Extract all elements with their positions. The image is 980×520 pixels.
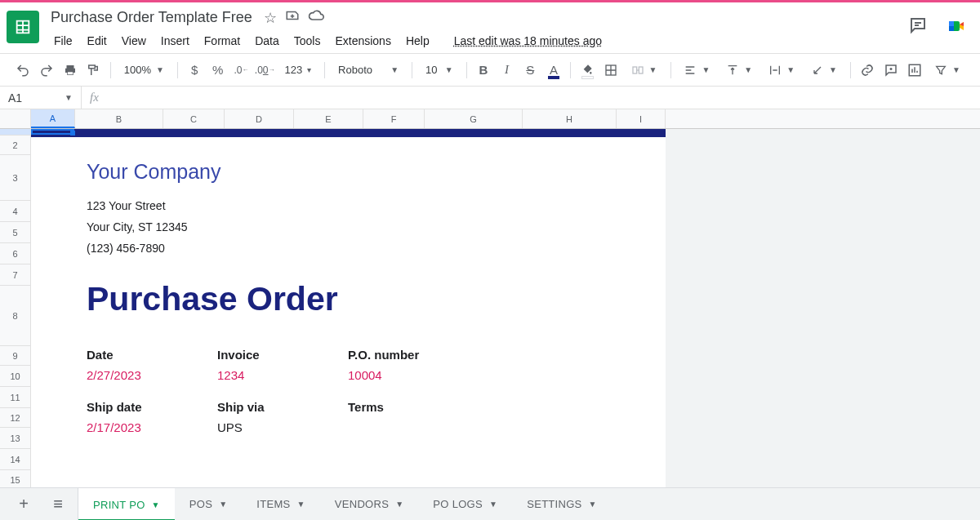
text-rotation-button[interactable]: ▼	[804, 59, 844, 82]
label-date: Date	[87, 348, 217, 362]
vertical-align-button[interactable]: ▼	[719, 59, 759, 82]
print-button[interactable]	[60, 59, 80, 82]
label-po-number: P.O. number	[348, 348, 487, 362]
title-bar: Purchase Order Template Free ☆ File Edit…	[0, 2, 980, 53]
sheet-tab-settings[interactable]: SETTINGS▼	[512, 488, 612, 521]
col-header-A[interactable]: A	[31, 109, 75, 128]
label-invoice: Invoice	[217, 348, 348, 362]
row-header-4[interactable]: 4	[0, 201, 30, 222]
menu-view[interactable]: View	[115, 31, 153, 51]
row-header-5[interactable]: 5	[0, 222, 30, 243]
formula-input[interactable]	[107, 87, 980, 109]
menu-edit[interactable]: Edit	[81, 31, 114, 51]
sheet-tab-po-logs[interactable]: PO LOGS▼	[418, 488, 512, 521]
undo-button[interactable]	[13, 59, 33, 82]
sheet-tab-items[interactable]: ITEMS▼	[242, 488, 319, 521]
borders-button[interactable]	[601, 59, 621, 82]
menu-extensions[interactable]: Extensions	[328, 31, 397, 51]
row-header-11[interactable]: 11	[0, 387, 30, 408]
fx-icon: fx	[82, 91, 107, 104]
menu-tools[interactable]: Tools	[287, 31, 327, 51]
text-wrap-button[interactable]: ▼	[762, 59, 801, 82]
name-box[interactable]: A1▼	[0, 87, 82, 109]
row-header-8[interactable]: 8	[0, 286, 30, 346]
row-header-2[interactable]: 2	[0, 136, 30, 155]
percent-button[interactable]: %	[207, 59, 228, 82]
last-edit-link[interactable]: Last edit was 18 minutes ago	[448, 31, 608, 51]
toolbar: 100%▼ $ % .0← .00→ 123▾ Roboto▼ 10▼ B I …	[0, 54, 980, 87]
phone: (123) 456-7890	[87, 238, 666, 259]
svg-rect-2	[949, 21, 954, 26]
italic-button[interactable]: I	[497, 59, 517, 82]
row-header-1[interactable]	[0, 129, 30, 136]
font-size-select[interactable]: 10▼	[419, 59, 460, 82]
row-header-9[interactable]: 9	[0, 346, 30, 366]
filter-button[interactable]: ▼	[928, 59, 967, 82]
label-ship-via: Ship via	[217, 400, 348, 414]
document-title[interactable]: Purchase Order Template Free	[47, 7, 256, 28]
row-header-12[interactable]: 12	[0, 408, 30, 428]
value-po-number: 10004	[348, 368, 487, 382]
svg-rect-6	[633, 67, 637, 73]
merge-cells-button[interactable]: ▼	[625, 59, 664, 82]
col-header-F[interactable]: F	[363, 109, 425, 128]
col-header-C[interactable]: C	[163, 109, 225, 128]
comments-icon[interactable]	[908, 16, 928, 38]
sheet-content: Your Company 123 Your Street Your City, …	[31, 137, 666, 520]
menu-insert[interactable]: Insert	[154, 31, 196, 51]
menu-file[interactable]: File	[47, 31, 79, 51]
menu-data[interactable]: Data	[248, 31, 286, 51]
bold-button[interactable]: B	[474, 59, 494, 82]
row-headers: 23456789101112131415	[0, 109, 31, 488]
sheet-tab-bar: + ≡ PRINT PO▼POS▼ITEMS▼VENDORS▼PO LOGS▼S…	[0, 487, 980, 520]
value-invoice: 1234	[217, 368, 348, 382]
redo-button[interactable]	[37, 59, 57, 82]
fill-color-button[interactable]	[577, 59, 598, 82]
meet-icon[interactable]	[942, 12, 970, 40]
add-sheet-button[interactable]: +	[10, 491, 38, 518]
col-header-B[interactable]: B	[75, 109, 163, 128]
horizontal-align-button[interactable]: ▼	[677, 59, 716, 82]
address-line2: Your City, ST 12345	[87, 216, 666, 238]
row-header-14[interactable]: 14	[0, 449, 30, 470]
strikethrough-button[interactable]: S	[520, 59, 541, 82]
number-format-select[interactable]: 123▾	[278, 59, 318, 82]
insert-comment-button[interactable]	[881, 59, 902, 82]
sheet-tab-pos[interactable]: POS▼	[175, 488, 243, 521]
row-header-13[interactable]: 13	[0, 428, 30, 449]
cloud-status-icon[interactable]	[308, 7, 324, 28]
svg-rect-4	[68, 72, 73, 74]
col-header-G[interactable]: G	[425, 109, 523, 128]
currency-button[interactable]: $	[185, 59, 205, 82]
increase-decimal-button[interactable]: .00→	[255, 59, 275, 82]
sheet-tab-vendors[interactable]: VENDORS▼	[320, 488, 419, 521]
insert-chart-button[interactable]	[904, 59, 924, 82]
row-header-7[interactable]: 7	[0, 264, 30, 286]
sheets-app-icon[interactable]	[7, 11, 39, 43]
label-terms: Terms	[348, 400, 487, 414]
menu-bar: File Edit View Insert Format Data Tools …	[47, 31, 908, 51]
decrease-decimal-button[interactable]: .0←	[231, 59, 252, 82]
menu-format[interactable]: Format	[198, 31, 247, 51]
menu-help[interactable]: Help	[399, 31, 436, 51]
text-color-button[interactable]: A	[544, 59, 564, 82]
zoom-select[interactable]: 100%▼	[118, 59, 171, 82]
font-select[interactable]: Roboto▼	[332, 59, 405, 82]
col-header-H[interactable]: H	[523, 109, 617, 128]
column-headers: ABCDEFGHI	[31, 109, 980, 129]
row-header-10[interactable]: 10	[0, 366, 30, 387]
spreadsheet-grid[interactable]: 23456789101112131415 ABCDEFGHI Your Comp…	[0, 109, 980, 488]
paint-format-button[interactable]	[83, 59, 104, 82]
move-icon[interactable]	[285, 8, 300, 27]
label-ship-date: Ship date	[87, 400, 217, 414]
row-header-6[interactable]: 6	[0, 243, 30, 264]
col-header-E[interactable]: E	[294, 109, 363, 128]
row-header-3[interactable]: 3	[0, 155, 30, 201]
col-header-D[interactable]: D	[225, 109, 294, 128]
insert-link-button[interactable]	[858, 59, 878, 82]
sheet-tab-print-po[interactable]: PRINT PO▼	[78, 488, 175, 521]
row1-blue-bar	[31, 129, 666, 137]
col-header-I[interactable]: I	[617, 109, 666, 128]
all-sheets-button[interactable]: ≡	[44, 491, 72, 518]
star-icon[interactable]: ☆	[264, 9, 277, 27]
